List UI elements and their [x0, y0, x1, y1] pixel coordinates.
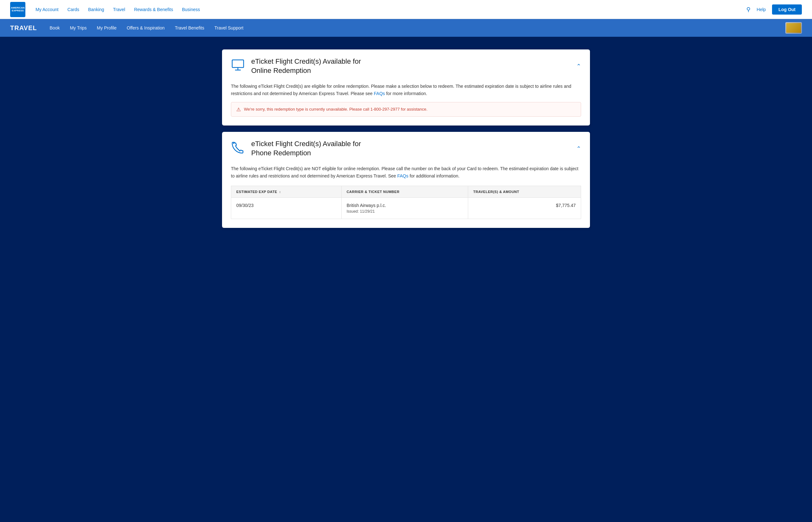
online-redemption-section: eTicket Flight Credit(s) Available forOn… — [222, 49, 590, 125]
logout-button[interactable]: Log Out — [772, 4, 802, 15]
phone-description: The following eTicket Flight Credit(s) a… — [231, 165, 581, 179]
travel-nav-book[interactable]: Book — [50, 25, 60, 31]
travel-nav-my-trips[interactable]: My Trips — [70, 25, 86, 31]
travel-nav-support[interactable]: Travel Support — [214, 25, 243, 31]
cell-exp-date: 09/30/23 — [231, 198, 342, 219]
travel-nav-benefits[interactable]: Travel Benefits — [175, 25, 204, 31]
travel-navigation: TRAVEL Book My Trips My Profile Offers &… — [0, 19, 812, 37]
cell-carrier: British Airways p.l.c. Issued: 11/29/21 — [341, 198, 468, 219]
nav-travel[interactable]: Travel — [113, 7, 125, 12]
travel-nav-my-profile[interactable]: My Profile — [97, 25, 116, 31]
online-warning-text: We're sorry, this redemption type is cur… — [244, 106, 428, 113]
travel-nav-links: Book My Trips My Profile Offers & Inspir… — [50, 25, 785, 31]
phone-section-header: eTicket Flight Credit(s) Available forPh… — [222, 132, 590, 163]
carrier-name: British Airways p.l.c. — [347, 203, 463, 208]
search-icon[interactable]: ⚲ — [746, 6, 751, 13]
svg-rect-0 — [232, 60, 244, 67]
main-content: eTicket Flight Credit(s) Available forOn… — [216, 37, 596, 247]
phone-section-body: The following eTicket Flight Credit(s) a… — [222, 163, 590, 228]
col-header-traveler: TRAVELER(S) & AMOUNT — [468, 186, 581, 198]
warning-triangle-icon: ⚠ — [236, 106, 241, 113]
online-header-left: eTicket Flight Credit(s) Available forOn… — [231, 57, 361, 75]
phone-section-title: eTicket Flight Credit(s) Available forPh… — [251, 139, 361, 158]
phone-header-left: eTicket Flight Credit(s) Available forPh… — [231, 139, 361, 158]
nav-banking[interactable]: Banking — [88, 7, 104, 12]
help-link[interactable]: Help — [757, 7, 766, 12]
nav-rewards[interactable]: Rewards & Benefits — [134, 7, 173, 12]
col-header-carrier: CARRIER & TICKET NUMBER — [341, 186, 468, 198]
online-description: The following eTicket Flight Credit(s) a… — [231, 83, 581, 97]
phone-collapse-chevron[interactable]: ⌃ — [576, 145, 581, 152]
phone-icon — [231, 140, 245, 157]
online-section-body: The following eTicket Flight Credit(s) a… — [222, 80, 590, 125]
online-collapse-chevron[interactable]: ⌃ — [576, 63, 581, 70]
ticket-issued-date: Issued: 11/29/21 — [347, 209, 463, 214]
card-image[interactable] — [785, 22, 802, 34]
col-header-exp-date[interactable]: ESTIMATED EXP DATE ↕ — [231, 186, 342, 198]
nav-cards[interactable]: Cards — [67, 7, 79, 12]
online-faq-link[interactable]: FAQs — [374, 91, 385, 96]
online-section-header: eTicket Flight Credit(s) Available forOn… — [222, 49, 590, 80]
top-nav-right: ⚲ Help Log Out — [746, 4, 802, 15]
nav-my-account[interactable]: My Account — [36, 7, 58, 12]
online-warning-box: ⚠ We're sorry, this redemption type is c… — [231, 102, 581, 117]
sort-icon: ↕ — [279, 190, 281, 194]
phone-faq-link[interactable]: FAQs — [397, 173, 408, 178]
amex-logo[interactable]: AMERICANEXPRESS — [10, 2, 25, 17]
logo-text: AMERICANEXPRESS — [11, 7, 24, 12]
online-section-title: eTicket Flight Credit(s) Available forOn… — [251, 57, 361, 75]
travel-nav-offers[interactable]: Offers & Inspiration — [127, 25, 165, 31]
nav-business[interactable]: Business — [182, 7, 200, 12]
table-row: 09/30/23 British Airways p.l.c. Issued: … — [231, 198, 581, 219]
phone-redemption-section: eTicket Flight Credit(s) Available forPh… — [222, 132, 590, 228]
travel-brand: TRAVEL — [10, 24, 37, 32]
cell-amount: $7,775.47 — [468, 198, 581, 219]
monitor-icon — [231, 58, 245, 75]
top-navigation: AMERICANEXPRESS My Account Cards Banking… — [0, 0, 812, 19]
credits-table: ESTIMATED EXP DATE ↕ CARRIER & TICKET NU… — [231, 186, 581, 219]
top-nav-links: My Account Cards Banking Travel Rewards … — [36, 7, 746, 12]
